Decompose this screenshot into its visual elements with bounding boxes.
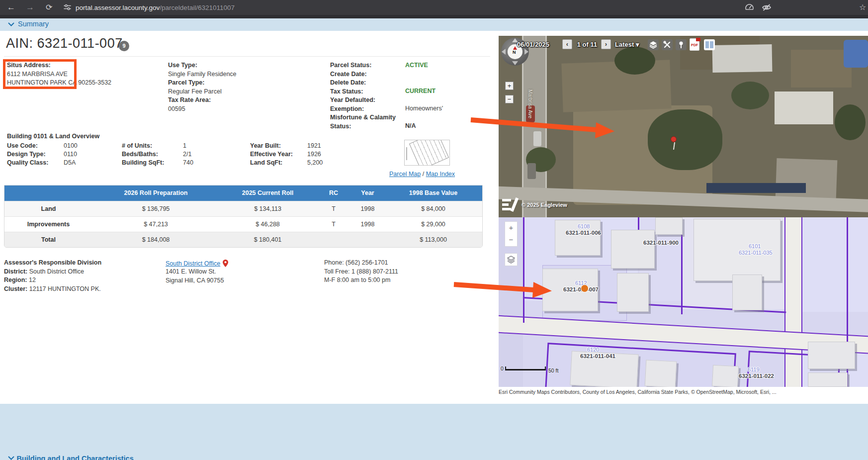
parcel-type-value: Regular Fee Parcel xyxy=(168,88,237,96)
map-pin-icon xyxy=(223,260,228,267)
aerial-map-panel[interactable]: Marbrisa Ave N + − 06/01/2025 ‹ 1 of 11 … xyxy=(499,36,868,217)
compass-east-notch xyxy=(524,49,528,55)
design-type-label: Design Type: xyxy=(7,150,46,159)
parked-car xyxy=(533,131,541,146)
parcel-layers-button[interactable] xyxy=(505,253,518,266)
scale-distance-label: 50 ft xyxy=(548,368,558,373)
next-image-button[interactable]: › xyxy=(601,39,611,49)
bookmark-star-icon[interactable]: ☆ xyxy=(859,0,866,15)
building-footprint xyxy=(617,273,649,312)
map-links: Parcel Map / Map Index xyxy=(389,171,455,178)
map-index-link[interactable]: Map Index xyxy=(426,171,455,178)
aerial-zoom-out-button[interactable]: − xyxy=(505,95,514,103)
apn-label: 6321-011-041 xyxy=(580,353,615,359)
table-header-row: 2026 Roll Preparation 2025 Current Roll … xyxy=(4,185,482,201)
address-bar[interactable]: portal.assessor.lacounty.gov/parceldetai… xyxy=(76,3,235,12)
blue-tarp xyxy=(844,40,868,68)
quality-class-label: Quality Class: xyxy=(7,159,48,168)
cell: $ 134,113 xyxy=(219,201,316,216)
browser-reload-button[interactable]: ⟳ xyxy=(46,0,52,15)
header-2026-roll: 2026 Roll Preparation xyxy=(92,185,219,201)
table-row-improvements: Improvements $ 47,213 $ 46,288 T 1998 $ … xyxy=(4,216,482,232)
next-section-header[interactable]: Building and Land Characteristics xyxy=(8,454,134,460)
browser-forward-button[interactable]: → xyxy=(26,0,34,15)
ain-heading: AIN: 6321-011-007 xyxy=(6,36,123,51)
browser-bottom-strip xyxy=(0,15,868,18)
count-badge[interactable]: 9 xyxy=(119,41,129,51)
apn-label: 6321-011-006 xyxy=(566,230,601,236)
sketch-grid xyxy=(409,140,449,166)
prev-image-button[interactable]: ‹ xyxy=(562,39,572,49)
misfortune-label-line2: Status: xyxy=(330,122,405,131)
cell: 1998 xyxy=(351,216,384,232)
summary-section-toggle[interactable]: Summary xyxy=(18,20,49,28)
subject-parcel-marker xyxy=(581,284,589,292)
parcel-zoom-out-button[interactable]: − xyxy=(505,234,518,247)
create-date-label: Create Date: xyxy=(330,70,405,79)
tree-canopy xyxy=(731,82,769,109)
street-name-label: Marbrisa Ave xyxy=(527,90,533,118)
tools-button[interactable] xyxy=(662,39,673,50)
property-line xyxy=(523,217,524,323)
summary-section-bar: Summary xyxy=(0,18,868,31)
eye-off-icon[interactable] xyxy=(762,3,772,12)
tax-rate-area-label: Tax Rate Area: xyxy=(168,96,237,105)
parcel-map-thumbnail[interactable] xyxy=(404,140,450,166)
split-view-button[interactable] xyxy=(704,39,715,50)
header-base-value: 1998 Base Value xyxy=(384,185,482,201)
cell xyxy=(351,232,384,247)
site-permissions-icon[interactable] xyxy=(64,4,71,11)
header-year: Year xyxy=(351,185,384,201)
location-pin xyxy=(671,136,677,142)
caret-down-icon: ▾ xyxy=(636,41,639,48)
cell: $ 29,000 xyxy=(384,216,482,232)
rooftop xyxy=(561,60,671,112)
cell: 1998 xyxy=(351,201,384,216)
apn-label: 6321-011-022 xyxy=(739,373,774,379)
house-number-label: 6101 xyxy=(749,243,761,249)
scale-tick xyxy=(545,367,546,370)
cell: $ 84,000 xyxy=(384,201,482,216)
contact-block: Phone: (562) 256-1701 Toll Free: 1 (888)… xyxy=(324,259,398,285)
eagleview-credit: © 2025 Eagleview xyxy=(521,202,567,208)
exemption-value: Homeowners' xyxy=(405,104,443,113)
parcel-fill xyxy=(802,217,868,312)
misfortune-label-line1: Misfortune & Calamity xyxy=(330,113,405,122)
rooftop xyxy=(791,50,852,88)
link-separator: / xyxy=(423,171,424,178)
browser-back-button[interactable]: ← xyxy=(7,0,15,15)
header-2025-roll: 2025 Current Roll xyxy=(219,185,316,201)
compass-needle xyxy=(513,46,517,50)
tree-canopy xyxy=(614,47,655,75)
region-label: Region: xyxy=(4,276,27,283)
district-office-link[interactable]: South District Office xyxy=(166,260,220,267)
sketch-street-line xyxy=(406,147,407,160)
rooftop xyxy=(712,44,773,73)
split-pane-left xyxy=(705,41,709,48)
use-type-value: Single Family Residence xyxy=(168,70,237,79)
parcel-map-link[interactable]: Parcel Map xyxy=(389,171,421,178)
chevron-down-icon[interactable] xyxy=(8,22,14,26)
layers-button[interactable] xyxy=(648,39,659,50)
performance-gauge-icon[interactable] xyxy=(745,3,754,12)
effective-year-label: Effective Year: xyxy=(250,150,293,159)
aerial-zoom-in-button[interactable]: + xyxy=(505,82,514,90)
latest-dropdown[interactable]: Latest ▾ xyxy=(615,41,639,48)
pdf-export-icon[interactable]: PDF xyxy=(690,38,699,51)
units-value: 1 xyxy=(183,142,186,151)
parcel-zoom-in-button[interactable]: + xyxy=(505,221,518,234)
beds-baths-label: Beds/Baths: xyxy=(122,150,158,159)
apn-label: 6321-011-900 xyxy=(643,240,679,246)
house-number-label: 6119 xyxy=(748,367,760,372)
next-section-label: Building and Land Characteristics xyxy=(16,455,133,460)
design-type-value: 0110 xyxy=(64,150,77,159)
tax-rate-area-value: 00595 xyxy=(168,105,237,114)
header-empty xyxy=(4,185,92,201)
building-footprint xyxy=(732,275,762,310)
land-sqft-value: 5,200 xyxy=(307,159,323,168)
row-label: Improvements xyxy=(4,216,92,232)
rooftop xyxy=(775,92,833,124)
parcel-map-panel[interactable]: 6108 6321-011-006 6321-011-900 6101 6321… xyxy=(499,217,868,387)
pin-tool-button[interactable] xyxy=(676,39,687,50)
scale-zero-label: 0 xyxy=(501,366,504,371)
